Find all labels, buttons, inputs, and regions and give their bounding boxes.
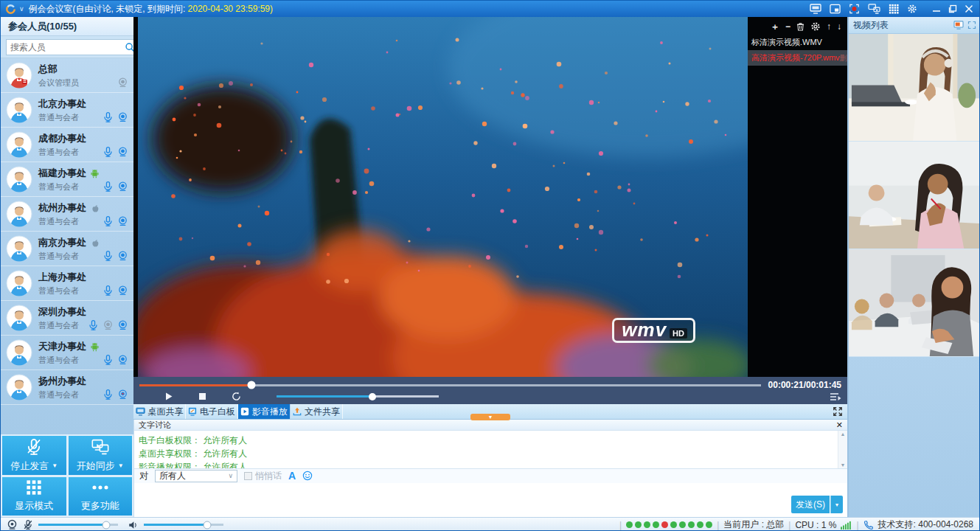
- whisper-checkbox[interactable]: [244, 472, 252, 480]
- cam-active-icon[interactable]: [117, 389, 128, 400]
- camera-icon[interactable]: [7, 519, 18, 530]
- participant-row[interactable]: 成都办事处 普通与会者: [1, 128, 133, 162]
- playlist-item[interactable]: 标清演示视频.WMV: [748, 35, 847, 50]
- play-icon[interactable]: [164, 392, 173, 401]
- mic-volume-thumb[interactable]: [102, 521, 110, 529]
- move-up-icon[interactable]: ↑: [827, 21, 831, 32]
- search-input[interactable]: [10, 42, 125, 52]
- connection-dot-green: [635, 521, 642, 528]
- minimize-icon[interactable]: [932, 4, 941, 13]
- volume-thumb[interactable]: [369, 393, 376, 400]
- cam-icon[interactable]: [117, 146, 128, 158]
- close-icon[interactable]: [965, 4, 973, 13]
- scroll-up-icon[interactable]: ▲: [841, 431, 846, 437]
- mic-icon[interactable]: [102, 354, 114, 366]
- remote-video-3[interactable]: [849, 249, 980, 357]
- playlist-item[interactable]: 高清演示视频-720P.wmv 删除: [748, 50, 847, 66]
- cam-gray-icon[interactable]: [117, 77, 128, 88]
- cam-icon[interactable]: [117, 354, 128, 366]
- mic-icon[interactable]: [102, 250, 114, 262]
- mic-icon[interactable]: [102, 215, 114, 227]
- maximize-icon[interactable]: [948, 4, 957, 13]
- video-list-panel: 视频列表: [847, 17, 980, 517]
- cam-icon[interactable]: [117, 181, 128, 192]
- menu-chevron-icon[interactable]: ∨: [19, 5, 24, 13]
- mic-icon[interactable]: [102, 181, 114, 192]
- screen-sync-icon[interactable]: [868, 4, 880, 14]
- apple-badge: [90, 237, 100, 248]
- remote-video-2[interactable]: [849, 142, 980, 249]
- move-down-icon[interactable]: ↓: [837, 21, 841, 32]
- mic-icon[interactable]: [88, 319, 99, 331]
- cam-icon[interactable]: [117, 215, 128, 227]
- tab-whiteboard[interactable]: 电子白板: [186, 404, 238, 419]
- sync-screens-button[interactable]: 开始同步▼: [69, 436, 133, 475]
- participant-row[interactable]: 天津办事处 普通与会者: [1, 336, 133, 370]
- playlist-toggle-icon[interactable]: [830, 392, 841, 402]
- participant-avatar: [6, 131, 32, 158]
- mic-icon[interactable]: [102, 389, 114, 400]
- cam-icon[interactable]: [117, 285, 128, 296]
- tab-file-share[interactable]: 文件共享: [291, 404, 343, 419]
- participant-row[interactable]: 福建办事处 普通与会者: [1, 162, 133, 197]
- tab-media-play[interactable]: 影音播放: [238, 404, 291, 419]
- send-button[interactable]: 发送(S): [791, 496, 830, 513]
- delete-icon[interactable]: [796, 21, 804, 32]
- mic-icon[interactable]: [102, 285, 114, 296]
- participant-row[interactable]: 南京办事处 普通与会者: [1, 232, 133, 266]
- speaker-volume-thumb[interactable]: [204, 521, 212, 529]
- settings-icon[interactable]: [810, 21, 821, 32]
- fullscreen-icon[interactable]: [833, 406, 843, 417]
- participant-row[interactable]: 深圳办事处 普通与会者: [1, 301, 133, 336]
- window-layout-icon[interactable]: [830, 4, 841, 14]
- emoji-icon[interactable]: [302, 471, 313, 481]
- speaker-icon[interactable]: [128, 520, 139, 530]
- font-button[interactable]: A: [288, 470, 296, 482]
- record-icon[interactable]: [849, 4, 860, 14]
- mic-icon[interactable]: [102, 146, 114, 158]
- participant-row[interactable]: 总部 会议管理员: [1, 58, 133, 93]
- player-control-bar: 00:00:21/00:01:45: [133, 377, 847, 404]
- progress-thumb[interactable]: [247, 381, 255, 389]
- mic-icon[interactable]: [102, 111, 114, 123]
- mic-muted-icon[interactable]: [23, 519, 33, 530]
- display-grid-icon[interactable]: [889, 4, 899, 14]
- cam-gray-icon[interactable]: [102, 319, 114, 331]
- grid-button[interactable]: 显示模式: [2, 477, 66, 516]
- video-mode-icon[interactable]: [953, 21, 964, 30]
- participant-role: 普通与会者: [38, 355, 102, 366]
- cam-icon[interactable]: [117, 250, 128, 262]
- participant-row[interactable]: 上海办事处 普通与会者: [1, 266, 133, 301]
- collapse-handle[interactable]: ▼: [470, 414, 510, 420]
- chat-scrollbar[interactable]: ▲ ▼: [838, 431, 847, 468]
- mic-volume-slider[interactable]: [38, 524, 118, 526]
- cam-icon[interactable]: [117, 319, 128, 331]
- more-dots-button[interactable]: 更多功能: [69, 477, 133, 516]
- remove-icon[interactable]: −: [785, 21, 790, 32]
- remote-video-1[interactable]: [849, 34, 980, 142]
- stop-icon[interactable]: [198, 392, 206, 400]
- conference-window: ∨ 例会会议室(自由讨论, 未锁定, 到期时间: 2020-04-30 23:5…: [0, 0, 980, 531]
- delete-item-action[interactable]: 删除: [840, 53, 847, 63]
- mic-off-button[interactable]: 停止发言▼: [2, 436, 66, 475]
- scroll-down-icon[interactable]: ▼: [841, 462, 846, 468]
- admin-avatar: [6, 62, 32, 88]
- recipient-select[interactable]: 所有人∨: [155, 470, 237, 482]
- cam-icon[interactable]: [117, 111, 128, 123]
- send-options-icon[interactable]: ▼: [830, 496, 843, 513]
- tab-desktop-share[interactable]: 桌面共享: [133, 404, 186, 419]
- replay-icon[interactable]: [232, 392, 241, 401]
- progress-bar[interactable]: [139, 384, 761, 386]
- chat-close-icon[interactable]: ✕: [836, 420, 843, 430]
- message-input[interactable]: [137, 485, 788, 516]
- settings-icon[interactable]: [907, 4, 917, 14]
- screen-share-icon[interactable]: [810, 4, 821, 14]
- expand-panel-icon[interactable]: [967, 21, 976, 30]
- volume-slider[interactable]: [277, 395, 439, 398]
- participant-row[interactable]: 北京办事处 普通与会者: [1, 93, 133, 128]
- participant-row[interactable]: 杭州办事处 普通与会者: [1, 197, 133, 232]
- speaker-volume-slider[interactable]: [144, 524, 223, 526]
- add-icon[interactable]: ＋: [771, 21, 779, 32]
- participant-row[interactable]: 扬州办事处 普通与会者: [1, 370, 133, 405]
- dropdown-arrow-icon: ▼: [118, 462, 124, 469]
